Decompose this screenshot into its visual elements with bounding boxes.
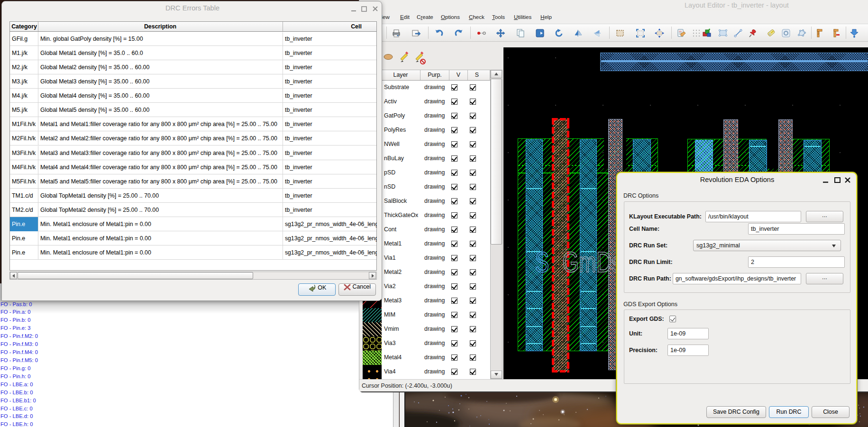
svg-text:S: S [535,249,549,277]
svg-text:GmDs: GmDs [562,249,622,277]
